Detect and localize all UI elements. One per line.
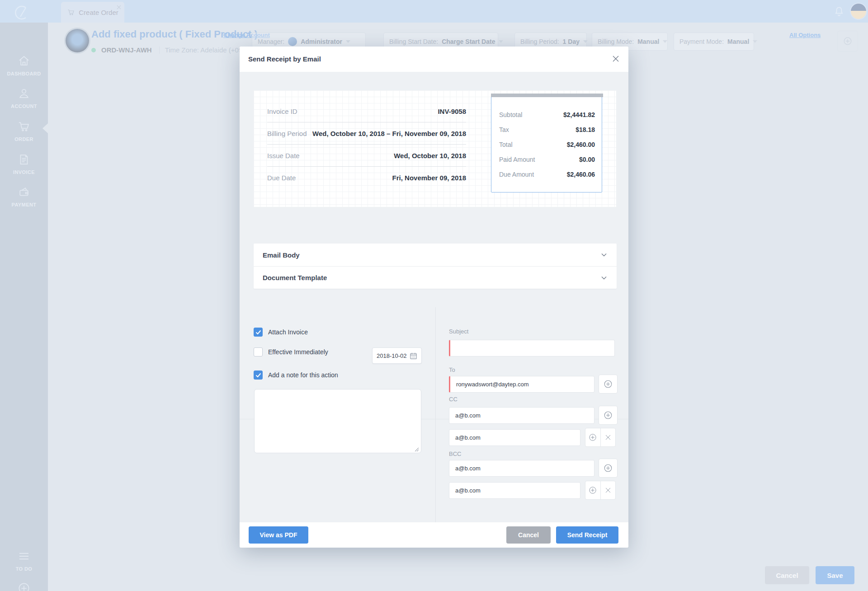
accordion-label: Email Body — [263, 251, 300, 259]
invoice-details: Invoice ID INV-9058 Billing Period Wed, … — [267, 100, 466, 189]
totals-label: Due Amount — [499, 171, 534, 178]
totals-value: $0.00 — [579, 156, 595, 163]
invoice-row-value: Wed, October 10, 2018 — [394, 152, 466, 159]
cc-label: CC — [449, 396, 458, 403]
totals-value: $2,4441.82 — [563, 111, 595, 118]
add-icon — [603, 463, 613, 473]
modal-header: Send Receipt by Email — [240, 47, 628, 72]
accordion-label: Document Template — [263, 274, 327, 281]
totals-row: Subtotal $2,4441.82 — [499, 107, 595, 122]
effective-immediately-checkbox[interactable] — [254, 347, 263, 356]
chevron-down-icon — [600, 251, 608, 258]
invoice-row-label: Due Date — [267, 174, 296, 182]
subject-input[interactable] — [449, 340, 615, 356]
to-input[interactable] — [449, 376, 594, 393]
cancel-button[interactable]: Cancel — [506, 526, 551, 544]
totals-row: Total $2,460.00 — [499, 137, 595, 152]
add-note-option: Add a note for this action — [254, 371, 338, 380]
attach-invoice-option: Attach Invoice — [254, 328, 308, 337]
invoice-preview-panel: Invoice ID INV-9058 Billing Period Wed, … — [254, 90, 616, 207]
send-receipt-button[interactable]: Send Receipt — [556, 526, 618, 544]
note-field — [254, 389, 421, 453]
totals-value: $2,460.00 — [567, 141, 595, 148]
add-icon — [588, 486, 597, 495]
remove-icon — [604, 433, 613, 442]
invoice-row: Invoice ID INV-9058 — [267, 100, 466, 122]
totals-value: $18.18 — [576, 126, 595, 133]
note-textarea[interactable] — [254, 389, 421, 453]
view-as-pdf-button[interactable]: View as PDF — [249, 526, 308, 544]
invoice-row-label: Invoice ID — [267, 108, 297, 115]
bcc-input-2[interactable] — [449, 482, 580, 499]
add-icon — [588, 433, 597, 442]
effective-immediately-label: Effective Immediately — [268, 348, 328, 356]
totals-label: Total — [499, 141, 513, 148]
invoice-row-label: Issue Date — [267, 152, 300, 159]
invoice-row: Due Date Fri, November 09, 2018 — [267, 167, 466, 189]
effective-date-field — [372, 347, 422, 364]
accordion-document-template[interactable]: Document Template — [254, 266, 617, 289]
add-icon — [603, 379, 613, 389]
modal-title: Send Receipt by Email — [248, 55, 321, 63]
add-note-label: Add a note for this action — [268, 371, 338, 379]
totals-card: Subtotal $2,4441.82 Tax $18.18 Total $2,… — [491, 97, 602, 192]
remove-bcc-recipient-button[interactable] — [600, 481, 616, 499]
remove-icon — [604, 486, 613, 495]
chevron-down-icon — [600, 274, 608, 281]
invoice-row: Billing Period Wed, October 10, 2018 – F… — [267, 122, 466, 145]
accordion-group: Email Body Document Template — [254, 244, 617, 289]
totals-row: Paid Amount $0.00 — [499, 152, 595, 167]
attach-invoice-label: Attach Invoice — [268, 328, 308, 336]
add-cc-recipient-button[interactable] — [599, 406, 618, 425]
add-cc-recipient-button[interactable] — [585, 428, 600, 446]
invoice-row-value: INV-9058 — [438, 108, 466, 115]
totals-row: Tax $18.18 — [499, 122, 595, 137]
bcc-input-1[interactable] — [449, 460, 594, 477]
invoice-row-value: Wed, October 10, 2018 – Fri, November 09… — [312, 130, 466, 137]
invoice-row-label: Billing Period — [267, 130, 307, 137]
close-icon[interactable] — [611, 54, 620, 63]
app-root: Create Order DASHBOARD — [0, 0, 868, 591]
attach-invoice-checkbox[interactable] — [254, 328, 263, 337]
totals-value: $2,460.06 — [567, 171, 595, 178]
calendar-icon[interactable] — [410, 352, 417, 360]
remove-cc-recipient-button[interactable] — [600, 428, 616, 446]
cc-input-2[interactable] — [449, 429, 580, 446]
bcc-label: BCC — [449, 450, 461, 457]
add-note-checkbox[interactable] — [254, 371, 263, 380]
send-receipt-modal: Send Receipt by Email Invoice ID INV-905… — [240, 47, 628, 548]
add-bcc-recipient-button[interactable] — [599, 459, 618, 478]
cc-input-1[interactable] — [449, 407, 594, 424]
totals-label: Subtotal — [499, 111, 522, 118]
totals-scrollbar — [491, 94, 603, 97]
totals-row: Due Amount $2,460.06 — [499, 167, 595, 182]
invoice-row-value: Fri, November 09, 2018 — [392, 174, 466, 182]
add-to-recipient-button[interactable] — [599, 375, 618, 394]
bcc-row-actions — [585, 481, 616, 500]
modal-footer: View as PDF Cancel Send Receipt — [240, 522, 628, 548]
effective-immediately-option: Effective Immediately — [254, 347, 328, 356]
effective-date-input[interactable] — [377, 352, 409, 359]
to-label: To — [449, 366, 455, 373]
accordion-email-body[interactable]: Email Body — [254, 244, 617, 266]
column-divider — [435, 307, 436, 522]
subject-label: Subject — [449, 328, 468, 335]
add-bcc-recipient-button[interactable] — [585, 481, 600, 499]
totals-label: Tax — [499, 126, 509, 133]
add-icon — [603, 410, 613, 420]
cc-row-actions — [585, 428, 616, 447]
invoice-row: Issue Date Wed, October 10, 2018 — [267, 145, 466, 167]
totals-label: Paid Amount — [499, 156, 535, 163]
